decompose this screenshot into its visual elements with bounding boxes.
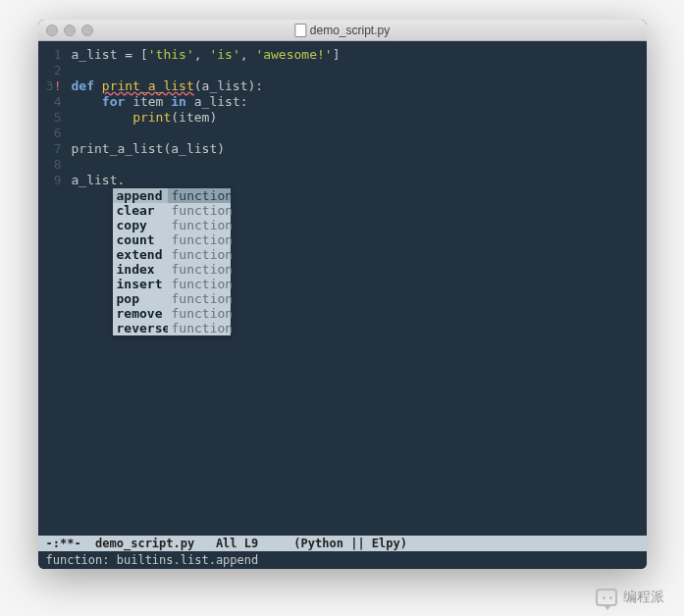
code-line[interactable]: print(item): [72, 110, 341, 126]
line-number: 4: [38, 94, 62, 110]
line-number: 9: [38, 173, 62, 188]
titlebar[interactable]: demo_script.py: [38, 20, 647, 41]
autocomplete-type: function: [168, 247, 231, 262]
line-number: 8: [38, 157, 62, 173]
autocomplete-item[interactable]: extendfunction: [113, 247, 231, 262]
autocomplete-name: append: [113, 188, 168, 203]
code-line[interactable]: [72, 157, 341, 173]
autocomplete-item[interactable]: appendfunction: [113, 188, 231, 203]
autocomplete-name: pop: [113, 291, 168, 306]
traffic-lights: [46, 25, 93, 36]
minimize-icon[interactable]: [64, 25, 76, 36]
autocomplete-name: remove: [113, 306, 168, 321]
close-icon[interactable]: [46, 25, 58, 36]
gutter: 123!456789: [38, 41, 66, 536]
code-editor[interactable]: 123!456789 a_list = ['this', 'is', 'awes…: [38, 41, 647, 536]
line-number: 3!: [38, 78, 62, 94]
minibuffer: function: builtins.list.append: [38, 551, 647, 569]
code-line[interactable]: for item in a_list:: [72, 94, 341, 110]
code-line[interactable]: [72, 126, 341, 141]
code-line[interactable]: def print_a_list(a_list):: [72, 78, 341, 94]
window-title: demo_script.py: [294, 24, 390, 37]
code-line[interactable]: a_list.: [72, 173, 341, 188]
autocomplete-popup[interactable]: appendfunctionclearfunctioncopyfunctionc…: [113, 188, 231, 335]
autocomplete-type: function: [168, 203, 231, 218]
file-icon: [294, 24, 306, 37]
autocomplete-item[interactable]: popfunction: [113, 291, 231, 306]
autocomplete-item[interactable]: indexfunction: [113, 262, 231, 277]
autocomplete-item[interactable]: removefunction: [113, 306, 231, 321]
line-number: 1: [38, 47, 62, 63]
status-bar: -:**- demo_script.py All L9 (Python || E…: [38, 536, 647, 551]
autocomplete-item[interactable]: insertfunction: [113, 277, 231, 291]
autocomplete-item[interactable]: countfunction: [113, 232, 231, 247]
autocomplete-name: copy: [113, 218, 168, 232]
autocomplete-type: function: [168, 306, 231, 321]
code-line[interactable]: [72, 63, 341, 78]
editor-window: demo_script.py 123!456789 a_list = ['thi…: [38, 20, 647, 569]
autocomplete-type: function: [168, 291, 231, 306]
line-number: 7: [38, 141, 62, 157]
autocomplete-name: count: [113, 232, 168, 247]
line-number: 5: [38, 110, 62, 126]
window-title-text: demo_script.py: [310, 24, 390, 37]
autocomplete-item[interactable]: copyfunction: [113, 218, 231, 232]
autocomplete-type: function: [168, 277, 231, 291]
zoom-icon[interactable]: [81, 25, 93, 36]
watermark: 编程派: [596, 589, 664, 606]
autocomplete-type: function: [168, 262, 231, 277]
autocomplete-name: extend: [113, 247, 168, 262]
autocomplete-item[interactable]: reversefunction: [113, 321, 231, 335]
line-number: 6: [38, 126, 62, 141]
code-line[interactable]: print_a_list(a_list): [72, 141, 341, 157]
autocomplete-item[interactable]: clearfunction: [113, 203, 231, 218]
code-line[interactable]: a_list = ['this', 'is', 'awesome!']: [72, 47, 341, 63]
autocomplete-type: function: [168, 321, 231, 335]
autocomplete-type: function: [168, 232, 231, 247]
line-number: 2: [38, 63, 62, 78]
autocomplete-name: index: [113, 262, 168, 277]
watermark-text: 编程派: [623, 589, 664, 606]
autocomplete-type: function: [168, 218, 231, 232]
autocomplete-name: clear: [113, 203, 168, 218]
autocomplete-name: insert: [113, 277, 168, 291]
autocomplete-name: reverse: [113, 321, 168, 335]
chat-icon: [596, 589, 617, 606]
autocomplete-type: function: [168, 188, 231, 203]
